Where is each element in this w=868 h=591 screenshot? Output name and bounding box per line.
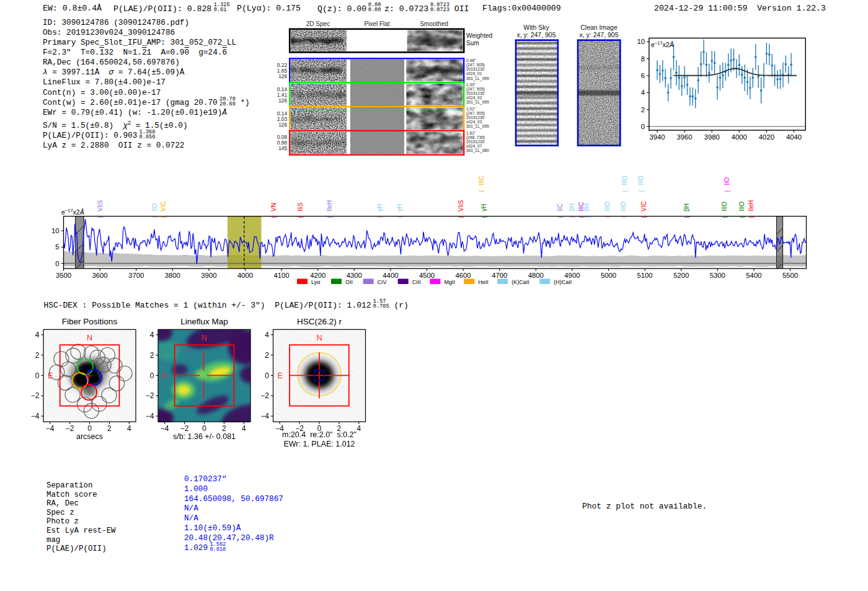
svg-text:HeII: HeII: [478, 279, 489, 285]
svg-text:126: 126: [278, 73, 287, 79]
svg-text:γH: γH: [376, 204, 383, 211]
svg-text:N: N: [87, 334, 92, 342]
svg-text:145: 145: [278, 145, 287, 151]
svg-text:4: 4: [35, 331, 40, 339]
svg-text:Weighted: Weighted: [466, 32, 492, 39]
svg-text:20191230: 20191230: [466, 67, 485, 71]
svg-text:IIiS: IIiS: [297, 202, 304, 211]
svg-text:0: 0: [265, 371, 269, 380]
svg-text:With Sky: With Sky: [523, 24, 549, 31]
svg-text:VIC: VIC: [160, 201, 167, 211]
svg-text:1.61": 1.61": [466, 131, 476, 135]
svg-text:βH: βH: [683, 203, 690, 211]
svg-text:−2: −2: [180, 424, 189, 433]
svg-text:4: 4: [641, 89, 645, 96]
svg-text:HSC(26.2) r: HSC(26.2) r: [297, 317, 342, 326]
svg-text:4: 4: [265, 331, 269, 339]
svg-text:10: 10: [637, 38, 645, 45]
svg-text:2: 2: [107, 424, 112, 433]
svg-text:VIiS: VIiS: [97, 200, 104, 211]
svg-text:VN: VN: [270, 203, 277, 211]
svg-text:−2: −2: [66, 424, 74, 433]
svg-text:301_LL_099: 301_LL_099: [466, 100, 489, 105]
svg-text:IIO: IIO: [724, 177, 730, 185]
svg-text:γH: γH: [396, 204, 403, 211]
svg-text:IIeH: IIeH: [326, 200, 333, 211]
svg-text:5400: 5400: [746, 272, 761, 279]
svg-text:βH: βH: [569, 203, 575, 211]
svg-text:4: 4: [356, 424, 361, 433]
svg-text:−4: −4: [46, 424, 55, 433]
svg-text:Sum: Sum: [466, 40, 479, 47]
svg-text:3960: 3960: [677, 133, 693, 141]
svg-text:CIV: CIV: [378, 279, 387, 285]
svg-text:4200: 4200: [310, 272, 326, 279]
svg-text:γH: γH: [480, 204, 487, 211]
svg-text:MgII: MgII: [444, 279, 455, 285]
svg-text:4: 4: [127, 424, 131, 433]
svg-text:20191230: 20191230: [466, 91, 485, 96]
svg-text:Pixel Flat: Pixel Flat: [364, 20, 389, 27]
svg-text:−2: −2: [146, 391, 154, 400]
svg-text:3600: 3600: [92, 272, 108, 279]
svg-text:3800: 3800: [165, 272, 180, 279]
svg-text:1.01": 1.01": [466, 107, 476, 111]
svg-text:4020: 4020: [759, 133, 774, 141]
svg-text:e−17x2Å: e−17x2Å: [651, 40, 674, 48]
svg-text:{: {: [724, 190, 730, 192]
svg-text:{: {: [622, 190, 628, 192]
svg-text:8: 8: [641, 55, 645, 63]
svg-text:IIIC: IIIC: [478, 176, 485, 185]
svg-text:IIeH: IIeH: [748, 200, 755, 211]
svg-text:2: 2: [35, 351, 40, 360]
svg-text:(H)CaII: (H)CaII: [554, 279, 572, 285]
svg-text:0.48": 0.48": [466, 58, 476, 63]
svg-text:IIIO: IIIO: [738, 202, 745, 211]
svg-text:IIIO: IIIO: [620, 202, 627, 211]
svg-text:10: 10: [51, 227, 60, 234]
svg-text:5: 5: [55, 243, 59, 251]
svg-text:2D Spec: 2D Spec: [306, 20, 330, 27]
svg-text:CIII: CIII: [412, 279, 421, 285]
svg-text:5300: 5300: [710, 272, 725, 279]
svg-text:4300: 4300: [347, 272, 362, 279]
svg-text:N: N: [316, 334, 322, 342]
svg-text:βH: βH: [583, 203, 590, 211]
svg-text:1.00": 1.00": [466, 82, 476, 87]
svg-text:5000: 5000: [601, 272, 616, 279]
svg-text:20191230: 20191230: [466, 115, 485, 120]
svg-text:2: 2: [150, 351, 154, 360]
svg-text:301_LL_099: 301_LL_099: [466, 124, 489, 129]
svg-text:4700: 4700: [492, 272, 507, 279]
svg-text:4600: 4600: [456, 272, 471, 279]
svg-text:3900: 3900: [201, 272, 216, 279]
svg-text:Lyα: Lyα: [311, 279, 320, 285]
svg-text:s/b: 1.36 +/- 0.081: s/b: 1.36 +/- 0.081: [173, 432, 236, 441]
svg-text:4400: 4400: [383, 272, 398, 279]
svg-text:e−17x2Å: e−17x2Å: [61, 208, 84, 216]
svg-text:−4: −4: [146, 412, 154, 420]
svg-text:E: E: [278, 371, 283, 380]
svg-text:0: 0: [202, 424, 206, 433]
svg-text:4: 4: [242, 424, 246, 433]
svg-text:4040: 4040: [786, 133, 802, 141]
svg-text:126: 126: [278, 97, 287, 104]
svg-text:VIC: VIC: [640, 201, 647, 211]
svg-text:EWr: 1. PLAE: 1.012: EWr: 1. PLAE: 1.012: [283, 440, 355, 448]
svg-text:−4: −4: [161, 424, 169, 433]
svg-text:3500: 3500: [56, 272, 71, 279]
svg-text:arcsecs: arcsecs: [76, 432, 103, 441]
svg-text:IIIO: IIIO: [721, 202, 728, 211]
svg-text:−4: −4: [31, 412, 40, 420]
svg-text:IIIO: IIIO: [604, 202, 611, 211]
svg-text:4900: 4900: [564, 272, 580, 279]
svg-text:N: N: [202, 334, 207, 342]
svg-text:IIIO: IIIO: [637, 176, 644, 185]
svg-text:Clean Image: Clean Image: [580, 24, 618, 31]
svg-text:3700: 3700: [128, 272, 144, 279]
svg-text:4500: 4500: [419, 272, 435, 279]
svg-text:IIO: IIO: [151, 203, 158, 211]
svg-text:6: 6: [641, 72, 645, 79]
svg-text:301_LL_099: 301_LL_099: [466, 76, 489, 81]
svg-text:3940: 3940: [649, 133, 665, 141]
